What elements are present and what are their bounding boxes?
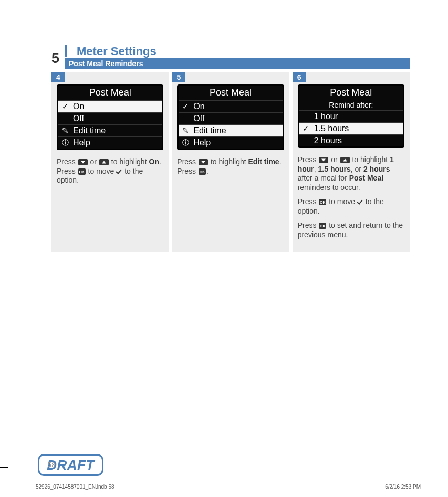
check-icon: [357, 199, 363, 205]
step-panel: 4 Post Meal ✓On Off ✎Edit time ⓘHelp Pre…: [51, 72, 169, 252]
list-item: 1 hour: [299, 110, 403, 122]
screen-subtitle: Remind after:: [299, 100, 403, 110]
list-item: ✓On: [58, 100, 162, 112]
check-icon: ✓: [60, 102, 70, 111]
list-item: Off: [58, 112, 162, 124]
help-icon: ⓘ: [60, 138, 70, 147]
pencil-icon: ✎: [181, 126, 190, 135]
list-item: ✓1.5 hours: [299, 122, 403, 134]
step-number: 4: [51, 72, 65, 82]
step-number: 5: [172, 72, 185, 82]
timestamp: 6/2/16 2:53 PM: [385, 484, 421, 490]
check-icon: [116, 168, 122, 175]
up-arrow-icon: [340, 157, 350, 163]
device-screen: Post Meal ✓On Off ✎Edit time ⓘHelp: [57, 84, 163, 150]
help-icon: ⓘ: [181, 138, 190, 147]
crop-mark: [0, 33, 8, 33]
page-subtitle: Post Meal Reminders: [65, 58, 410, 69]
ok-icon: [199, 168, 206, 175]
list-item: ⓘHelp: [58, 136, 162, 149]
section-number: 5: [51, 51, 59, 69]
ok-icon: [319, 199, 326, 205]
step-instructions: Press or to highlight 1 hour, 1.5 hours,…: [298, 155, 404, 239]
page-title: Meter Settings: [65, 45, 410, 57]
step-instructions: Press to highlight Edit time. Press .: [177, 157, 284, 176]
draft-watermark: 58 DRAFT: [38, 454, 103, 476]
device-screen: Post Meal Remind after: 1 hour ✓1.5 hour…: [298, 84, 404, 148]
down-arrow-icon: [199, 159, 208, 165]
step-panel: 6 Post Meal Remind after: 1 hour ✓1.5 ho…: [293, 72, 410, 252]
device-screen: Post Meal ✓On Off ✎Edit time ⓘHelp: [177, 84, 284, 150]
screen-title: Post Meal: [179, 86, 282, 100]
pencil-icon: ✎: [60, 126, 70, 135]
crop-mark: [0, 467, 8, 468]
list-item: 2 hours: [299, 134, 403, 146]
section-header: 5 Meter Settings Post Meal Reminders: [51, 45, 410, 69]
list-item: ✎Edit time: [179, 124, 282, 136]
list-item: ⓘHelp: [179, 136, 282, 149]
up-arrow-icon: [99, 159, 109, 165]
screen-title: Post Meal: [58, 86, 162, 100]
down-arrow-icon: [319, 157, 328, 163]
screen-title: Post Meal: [299, 86, 403, 100]
list-item: ✓On: [179, 100, 282, 112]
down-arrow-icon: [78, 159, 88, 165]
step-number: 6: [293, 72, 306, 82]
ok-icon: [78, 168, 86, 175]
step-instructions: Press or to highlight On. Press to move …: [57, 157, 163, 185]
list-item: ✎Edit time: [58, 124, 162, 136]
file-name: 52926_07414587001_EN.indb 58: [36, 484, 114, 490]
check-icon: ✓: [301, 124, 311, 133]
page-content: 5 Meter Settings Post Meal Reminders 4 P…: [51, 45, 410, 252]
page-number: 58: [48, 461, 55, 469]
list-item: Off: [179, 112, 282, 124]
step-panel: 5 Post Meal ✓On Off ✎Edit time ⓘHelp Pre…: [172, 72, 289, 252]
ok-icon: [319, 223, 326, 229]
check-icon: ✓: [181, 102, 190, 111]
slug-line: 52926_07414587001_EN.indb 58 6/2/16 2:53…: [36, 482, 421, 490]
